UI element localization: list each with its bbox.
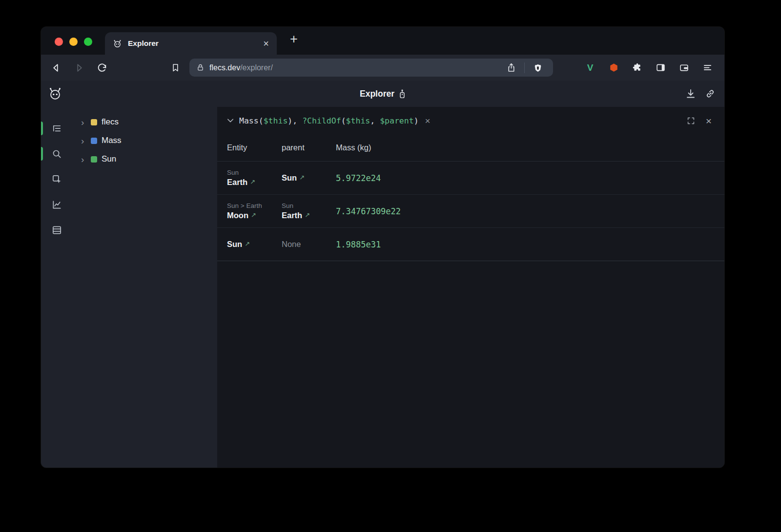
active-indicator-tree [41,122,43,135]
new-tab-button[interactable]: + [287,32,301,47]
tab-strip: Explorer × + [41,27,724,55]
tree-view-icon[interactable] [46,118,67,139]
reload-button[interactable] [95,60,109,76]
extension-icons: V [582,60,717,76]
download-icon[interactable] [683,86,698,101]
main-content: › flecs › Mass › Sun Mass($this), ?Chi [41,107,724,468]
mass-value: 1.9885e31 [336,240,724,249]
parent-cell: Sun Earth↗ [282,195,336,227]
results-table-header: Entity parent Mass (kg) [217,134,724,162]
address-bar[interactable]: flecs.dev/explorer/ [189,59,553,77]
urlbar-separator [524,62,525,73]
flecs-logo [48,86,62,101]
mass-cell: 5.9722e24 [336,162,724,194]
browser-window: Explorer × + flecs.dev/explorer/ [41,27,724,468]
link-arrow-icon: ↗ [305,211,310,219]
entity-cell: Sun > Earth Moon↗ [217,195,282,227]
link-icon[interactable] [703,86,718,101]
parent-path: Sun [282,202,336,209]
side-rail [41,107,72,468]
chevron-right-icon[interactable]: › [81,118,86,127]
browser-tab-explorer[interactable]: Explorer × [105,32,277,55]
tree-item-label: Mass [102,136,122,145]
inspect-icon[interactable] [46,168,67,190]
url-path: /explorer/ [240,63,273,72]
sidebar-toggle-icon[interactable] [652,60,669,76]
entity-cell: Sun Earth↗ [217,162,282,194]
tree-item-mass[interactable]: › Mass [81,131,217,150]
back-button[interactable] [49,60,63,76]
tree-item-label: flecs [102,117,119,127]
commands-table-icon[interactable] [46,219,67,241]
entity-link[interactable]: Earth↗ [227,178,282,187]
component-square-icon [91,138,97,144]
close-window-button[interactable] [55,38,63,46]
table-row: Sun > Earth Moon↗ Sun Earth↗ 7.34767309e… [217,195,724,228]
url-text: flecs.dev/explorer/ [209,63,273,72]
vue-devtools-icon[interactable]: V [582,60,598,76]
entity-tree-panel: › flecs › Mass › Sun [72,107,217,468]
link-arrow-icon: ↗ [245,240,250,247]
share-icon[interactable] [503,60,519,76]
browser-toolbar: flecs.dev/explorer/ V [41,55,724,81]
lock-icon [196,63,205,72]
mass-cell: 7.34767309e22 [336,195,724,227]
entity-link[interactable]: Sun↗ [227,240,282,249]
chevron-right-icon[interactable]: › [81,155,86,164]
query-clear-icon[interactable]: × [425,116,431,125]
parent-link[interactable]: Earth↗ [282,211,336,220]
app-header: Explorer [41,81,724,107]
window-controls [55,38,92,46]
parent-cell: Sun↗ [282,162,336,194]
column-header-entity: Entity [217,143,282,152]
chevron-down-icon[interactable] [226,116,235,125]
flecs-favicon [113,39,122,48]
mass-value: 5.9722e24 [336,173,724,183]
parent-link[interactable]: Sun↗ [282,173,336,183]
extensions-puzzle-icon[interactable] [629,60,645,76]
entity-path: Sun > Earth [227,202,282,209]
entity-link[interactable]: Moon↗ [227,211,282,220]
maximize-window-button[interactable] [84,38,92,46]
parent-cell: None [282,228,336,261]
entity-cell: Sun↗ [217,228,282,261]
chevron-right-icon[interactable]: › [81,136,86,145]
entity-square-icon [91,156,97,163]
wallet-icon[interactable] [676,60,692,76]
tab-close-icon[interactable]: × [263,39,269,48]
link-arrow-icon: ↗ [251,211,256,219]
column-header-parent: parent [282,143,336,152]
table-row: Sun↗ None 1.9885e31 [217,228,724,261]
query-expression-input[interactable]: Mass($this), ?ChildOf($this, $parent) [239,116,419,125]
menu-icon[interactable] [699,60,716,76]
query-panel: Mass($this), ?ChildOf($this, $parent) × … [217,107,724,468]
bookmark-icon[interactable] [168,60,183,76]
table-row: Sun Earth↗ Sun↗ 5.9722e24 [217,162,724,195]
parent-none-label: None [282,240,336,249]
stats-chart-icon[interactable] [46,194,67,215]
link-arrow-icon: ↗ [299,174,305,181]
query-header: Mass($this), ?ChildOf($this, $parent) × … [217,107,724,134]
column-header-mass: Mass (kg) [336,143,724,152]
active-indicator-query [41,147,43,161]
url-domain: flecs.dev [209,63,240,72]
close-panel-icon[interactable]: × [702,114,716,127]
entity-path: Sun [227,169,282,176]
mass-cell: 1.9885e31 [336,228,724,261]
page-title: Explorer [360,89,394,99]
query-search-icon[interactable] [46,143,67,164]
forward-button[interactable] [72,60,86,76]
minimize-window-button[interactable] [69,38,78,46]
brave-shield-icon[interactable] [530,60,546,76]
hexagon-extension-icon[interactable] [605,60,622,76]
expand-icon[interactable] [684,114,698,127]
tree-item-sun[interactable]: › Sun [81,150,217,168]
tab-title: Explorer [128,39,159,48]
tree-item-label: Sun [102,154,116,164]
mass-value: 7.34767309e22 [336,206,724,216]
tree-item-flecs[interactable]: › flecs [81,113,217,131]
remote-connection-icon[interactable] [399,89,406,99]
module-square-icon [91,119,97,125]
link-arrow-icon: ↗ [250,178,255,185]
